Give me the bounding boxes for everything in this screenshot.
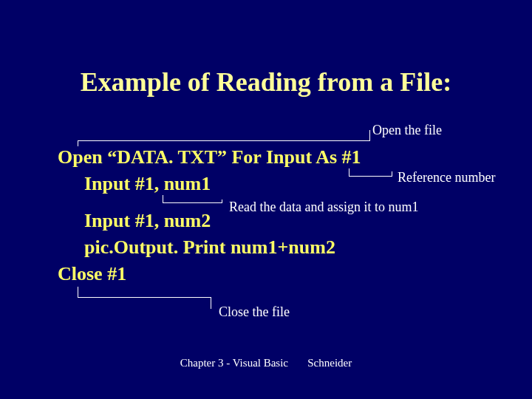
code-line-open: Open “DATA. TXT” For Input As #1 bbox=[58, 146, 361, 168]
code-line-input1: Input #1, num1 bbox=[84, 173, 211, 195]
keyword-open: Open bbox=[58, 146, 103, 168]
code-open-rest: “DATA. TXT” For Input As #1 bbox=[103, 146, 361, 168]
connector-close-left-down bbox=[78, 287, 78, 297]
connector-read-right-up bbox=[222, 200, 222, 203]
connector-read-left-tick bbox=[163, 195, 163, 202]
footer-chapter: Chapter 3 - Visual Basic bbox=[180, 357, 288, 369]
footer-author: Schneider bbox=[307, 357, 352, 369]
slide-footer: Chapter 3 - Visual Basic Schneider bbox=[0, 357, 532, 369]
annotation-reference-number: Reference number bbox=[398, 170, 495, 185]
connector-read-horiz bbox=[163, 202, 222, 203]
connector-ref-horiz bbox=[349, 176, 392, 177]
slide-title: Example of Reading from a File: bbox=[0, 66, 532, 98]
connector-open-top bbox=[78, 140, 369, 141]
annotation-read-assign: Read the data and assign it to num1 bbox=[229, 200, 418, 215]
connector-close-right-down bbox=[211, 297, 211, 309]
code-line-input2: Input #1, num2 bbox=[84, 210, 211, 232]
connector-close-horiz bbox=[78, 297, 211, 298]
slide: Example of Reading from a File: Open the… bbox=[0, 0, 532, 399]
connector-open-left-tick bbox=[78, 140, 78, 146]
connector-ref-right-up bbox=[392, 171, 392, 177]
code-line-close: Close #1 bbox=[58, 263, 126, 285]
annotation-open-file: Open the file bbox=[372, 123, 442, 138]
connector-ref-left-tick bbox=[349, 168, 349, 176]
connector-open-right-up bbox=[369, 130, 370, 141]
annotation-close-file: Close the file bbox=[219, 304, 290, 320]
code-line-print: pic.Output. Print num1+num2 bbox=[84, 236, 335, 259]
